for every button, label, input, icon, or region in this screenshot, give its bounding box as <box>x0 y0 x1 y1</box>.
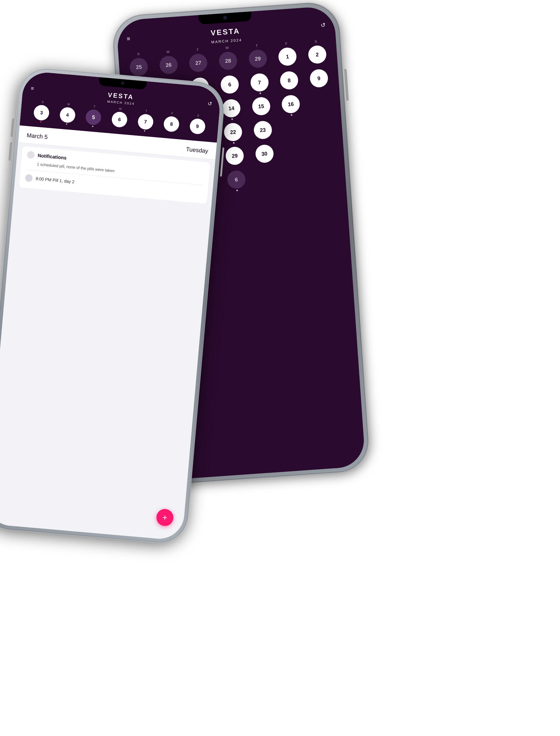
content-section: March 5 Tuesday Notifications 1 schedule… <box>0 125 217 541</box>
day-7[interactable]: 7 <box>245 73 275 96</box>
day-22[interactable]: 22 <box>218 122 248 145</box>
front-dow-s2: S <box>185 113 211 118</box>
front-day-6[interactable]: 6 <box>106 111 133 131</box>
front-volume-up <box>11 118 14 137</box>
day-27[interactable]: 27 <box>183 53 214 76</box>
day-empty-9 <box>310 163 341 186</box>
notif-title: Notifications <box>38 153 67 161</box>
day-empty-3 <box>307 116 337 139</box>
front-day-4[interactable]: 4 <box>54 106 81 126</box>
notif-icon <box>27 151 35 159</box>
front-dow-m: M <box>56 101 82 107</box>
day-2[interactable]: 2 <box>302 44 332 67</box>
time-circle-icon <box>25 174 33 182</box>
front-day-3[interactable]: 3 <box>28 104 55 124</box>
day-empty-5 <box>279 142 309 165</box>
day-empty-7 <box>251 168 281 191</box>
front-dow-w: W <box>107 106 134 112</box>
day-16[interactable]: 16 <box>276 94 306 117</box>
front-dow-t2: T <box>133 108 160 114</box>
day-8[interactable]: 8 <box>274 70 304 93</box>
front-day-5-selected[interactable]: 5 <box>80 109 107 129</box>
day-30[interactable]: 30 <box>250 144 280 167</box>
refresh-icon-back[interactable]: ↺ <box>320 22 326 29</box>
front-phone-screen: ≡ VESTA ↺ MARCH 2024 S M T W T F S <box>0 71 222 541</box>
day-9[interactable]: 9 <box>304 68 334 91</box>
day-empty-8 <box>281 165 311 188</box>
day-empty-2 <box>278 118 308 141</box>
front-day-7[interactable]: 7 <box>132 113 159 133</box>
day-28[interactable]: 28 <box>213 51 243 74</box>
day-29-b[interactable]: 29 <box>220 146 250 169</box>
day-next-6[interactable]: 6 <box>222 170 252 193</box>
selected-date: March 5 <box>26 132 48 141</box>
selected-weekday: Tuesday <box>186 146 209 155</box>
day-15[interactable]: 15 <box>246 96 276 119</box>
add-fab-button[interactable]: + <box>156 508 174 527</box>
back-camera <box>223 16 227 20</box>
day-empty-6 <box>309 140 339 163</box>
front-dow-s1: S <box>30 99 56 105</box>
front-refresh-icon[interactable]: ↺ <box>207 101 213 107</box>
front-day-9[interactable]: 9 <box>184 118 211 138</box>
front-dow-t1: T <box>82 104 108 109</box>
power-button <box>344 69 349 101</box>
day-29[interactable]: 29 <box>243 49 273 72</box>
day-26[interactable]: 26 <box>154 55 184 78</box>
front-camera <box>121 82 124 85</box>
day-1[interactable]: 1 <box>273 47 303 70</box>
front-dow-f: F <box>159 111 185 116</box>
day-empty-1 <box>306 92 336 115</box>
day-23[interactable]: 23 <box>248 120 278 143</box>
front-volume-down <box>8 142 12 161</box>
time-text: 8:00 PM Pill 1, day 2 <box>35 176 75 184</box>
front-day-8[interactable]: 8 <box>158 115 185 136</box>
